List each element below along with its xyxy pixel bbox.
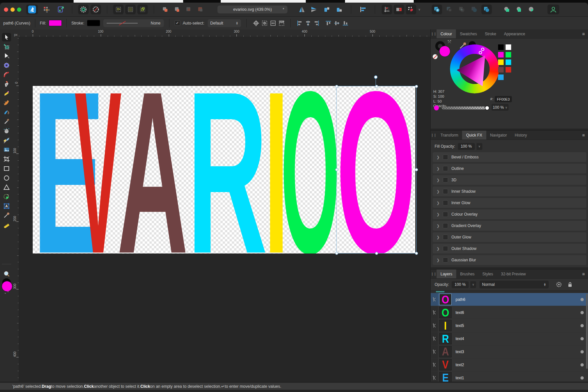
- tab-navigator[interactable]: Navigator: [486, 131, 511, 139]
- tools-colour-well[interactable]: ⌄⌃: [1, 278, 12, 293]
- fx-enable-checkbox[interactable]: [443, 212, 448, 217]
- snap-grid-dense-icon[interactable]: [125, 5, 136, 14]
- fx-expand-chevron[interactable]: ❯: [437, 235, 440, 239]
- no-colour-icon[interactable]: [433, 54, 438, 59]
- pen-tool-icon[interactable]: [2, 80, 11, 89]
- layer-name[interactable]: text6: [456, 310, 464, 315]
- stroke-swatch[interactable]: [87, 20, 100, 26]
- fx-expand-chevron[interactable]: ❯: [437, 178, 440, 182]
- vector-crop-tool-icon[interactable]: [2, 155, 11, 163]
- layer-visibility-dot[interactable]: [580, 363, 584, 367]
- fx-row-colour-overlay[interactable]: ❯Colour Overlay: [433, 209, 586, 219]
- ellipse-tool-icon[interactable]: [2, 174, 11, 182]
- layer-row-text2[interactable]: Vtext2: [431, 358, 588, 371]
- place-image-tool-icon[interactable]: [2, 145, 11, 154]
- layer-visibility-dot[interactable]: [580, 298, 584, 301]
- opacity-value[interactable]: 100 %∨: [492, 104, 509, 111]
- tab-layers[interactable]: Layers: [437, 270, 456, 278]
- artboard-tool-icon[interactable]: [2, 42, 11, 51]
- layer-row-text4[interactable]: Rtext4: [431, 332, 588, 345]
- fx-row-gaussian-blur[interactable]: ❯Gaussian Blur: [433, 255, 586, 265]
- layer-visibility-dot[interactable]: [580, 324, 584, 327]
- fx-enable-checkbox[interactable]: [443, 189, 448, 194]
- tab-history[interactable]: History: [511, 131, 531, 139]
- swatch[interactable]: [498, 44, 504, 50]
- shape-builder-tool-icon[interactable]: [2, 192, 11, 201]
- snapping-magnet-icon[interactable]: [406, 5, 416, 14]
- rectangle-tool-icon[interactable]: [2, 164, 11, 173]
- paint-brush-tool-icon[interactable]: [2, 108, 11, 117]
- canvas-letter-text2[interactable]: V: [75, 86, 122, 253]
- layer-visibility-dot[interactable]: [580, 350, 584, 353]
- zoom-tool-icon[interactable]: [2, 270, 11, 278]
- layers-panel-drag-handle[interactable]: ❙❙: [431, 270, 437, 278]
- flip-horizontal-icon[interactable]: [297, 5, 307, 14]
- fx-enable-checkbox[interactable]: [443, 166, 448, 171]
- hex-input[interactable]: FF00E3: [495, 96, 512, 102]
- layer-thumbnail[interactable]: R: [439, 333, 452, 344]
- fx-expand-chevron[interactable]: ❯: [437, 258, 440, 262]
- fx-row-outer-glow[interactable]: ❯Outer Glow: [433, 232, 586, 242]
- fx-enable-checkbox[interactable]: [443, 200, 448, 205]
- selection-handle[interactable]: [335, 252, 338, 255]
- tab-stroke[interactable]: Stroke: [481, 29, 500, 38]
- fx-expand-chevron[interactable]: ❯: [437, 201, 440, 205]
- tab-transform[interactable]: Transform: [437, 131, 462, 139]
- align-left-icon[interactable]: [295, 19, 304, 27]
- autoselect-dropdown[interactable]: Default ▲▼: [208, 19, 241, 27]
- fx-row-outer-shadow[interactable]: ❯Outer Shadow: [433, 244, 586, 253]
- swap-colours-icon[interactable]: ⤲: [448, 39, 451, 44]
- layer-name[interactable]: path6: [456, 297, 465, 302]
- fill-opacity-chevron[interactable]: ∨: [476, 143, 482, 150]
- fx-enable-checkbox[interactable]: [443, 235, 448, 240]
- selection-handle[interactable]: [375, 252, 378, 255]
- fx-expand-chevron[interactable]: ❯: [437, 224, 440, 228]
- insert-behind-icon[interactable]: [160, 5, 170, 14]
- canvas-letter-text4[interactable]: R: [187, 86, 268, 253]
- node-tool-icon[interactable]: [2, 52, 11, 60]
- boolean-divide-icon[interactable]: [469, 5, 479, 14]
- canvas-letter-text3[interactable]: A: [117, 86, 188, 253]
- zoom-button[interactable]: [17, 8, 21, 12]
- align-top-icon[interactable]: [324, 19, 333, 27]
- layer-name[interactable]: text4: [456, 336, 464, 341]
- boolean-subtract-icon[interactable]: [444, 5, 455, 14]
- transparency-tool-icon[interactable]: [2, 136, 11, 145]
- insert-replace-icon[interactable]: [195, 5, 206, 14]
- fx-panel-drag-handle[interactable]: ❙❙: [431, 131, 437, 139]
- flip-vertical-icon[interactable]: [309, 5, 320, 14]
- align-center-h-icon[interactable]: [304, 19, 312, 27]
- fx-expand-chevron[interactable]: ❯: [437, 247, 440, 251]
- lock-icon[interactable]: [568, 282, 572, 287]
- move-tool-icon[interactable]: [2, 33, 11, 41]
- tab-32-bit-preview[interactable]: 32-bit Preview: [497, 270, 530, 278]
- alignment-icon[interactable]: [358, 5, 368, 14]
- vertical-ruler[interactable]: 0100200300400: [13, 37, 19, 382]
- selection-handle[interactable]: [415, 168, 418, 171]
- show-selection-icon[interactable]: [260, 19, 269, 27]
- canvas-letter-text6[interactable]: O: [281, 86, 340, 253]
- rotation-handle[interactable]: [374, 75, 378, 88]
- fx-row-inner-shadow[interactable]: ❯Inner Shadow: [433, 187, 586, 196]
- boolean-add-icon[interactable]: [432, 5, 442, 14]
- fx-enable-checkbox[interactable]: [443, 177, 448, 183]
- swatch[interactable]: [498, 74, 504, 80]
- blend-mode-dropdown[interactable]: Normal▲▼: [479, 281, 549, 288]
- selection-handle[interactable]: [415, 85, 418, 88]
- fill-swatch[interactable]: [49, 20, 62, 26]
- fx-enable-checkbox[interactable]: [443, 223, 448, 228]
- tools-swap-colours-icon[interactable]: ⌄⌃: [4, 291, 9, 294]
- opacity-slider-handle[interactable]: [485, 106, 490, 110]
- minimize-button[interactable]: [10, 8, 15, 12]
- opacity-slider[interactable]: [442, 106, 489, 109]
- swatch[interactable]: [506, 52, 511, 57]
- guides-icon[interactable]: [382, 5, 392, 14]
- tab-quick-fx[interactable]: Quick FX: [462, 131, 486, 139]
- align-right-icon[interactable]: [312, 19, 321, 27]
- snap-shape-icon[interactable]: [137, 5, 148, 14]
- text-tool-icon[interactable]: A: [2, 202, 11, 210]
- tab-brushes[interactable]: Brushes: [456, 270, 478, 278]
- fx-enable-checkbox[interactable]: [443, 246, 448, 251]
- tab-appearance[interactable]: Appearance: [500, 29, 529, 38]
- layer-clip-icon[interactable]: [431, 332, 438, 345]
